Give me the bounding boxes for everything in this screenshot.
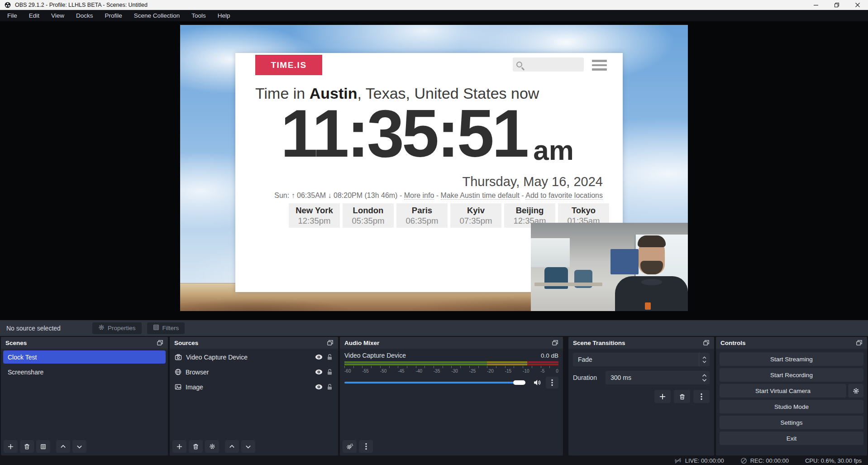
window-title: OBS 29.1.2 - Profile: LLHLS BETA - Scene… xyxy=(15,2,148,8)
make-default-link: Make Austin time default xyxy=(441,192,520,200)
source-properties-button[interactable] xyxy=(205,440,219,453)
source-move-up-button[interactable] xyxy=(225,440,239,453)
duration-spinbox[interactable]: 300 ms xyxy=(606,371,710,384)
sources-list: Video Capture Device Browser Image xyxy=(170,349,338,437)
remove-transition-button[interactable] xyxy=(674,390,690,403)
eye-icon[interactable] xyxy=(315,384,323,390)
popout-icon xyxy=(703,340,710,346)
scene-move-up-button[interactable] xyxy=(56,440,70,453)
mixer-channel-menu-button[interactable] xyxy=(546,377,558,388)
menu-help[interactable]: Help xyxy=(212,10,236,21)
sources-header[interactable]: Sources xyxy=(170,337,338,349)
menu-view[interactable]: View xyxy=(45,10,70,21)
scenes-dock: Scenes Clock Test Screenshare xyxy=(1,337,168,455)
advanced-audio-button[interactable] xyxy=(343,440,357,453)
menu-edit[interactable]: Edit xyxy=(23,10,45,21)
audio-mixer-header[interactable]: Audio Mixer xyxy=(340,337,563,349)
popout-icon xyxy=(856,340,863,346)
audio-mixer-dock: Audio Mixer Video Capture Device 0.0 dB … xyxy=(340,337,563,455)
properties-button[interactable]: Properties xyxy=(92,322,142,334)
add-transition-button[interactable] xyxy=(654,390,671,403)
speaker-icon[interactable] xyxy=(533,379,541,386)
lock-icon[interactable] xyxy=(327,354,333,360)
virtual-camera-settings-button[interactable] xyxy=(848,384,863,398)
close-button[interactable] xyxy=(847,0,868,10)
start-recording-button[interactable]: Start Recording xyxy=(720,368,863,382)
dots-vertical-icon xyxy=(551,379,553,386)
eye-icon[interactable] xyxy=(315,354,323,360)
timeis-logo: TIME.IS xyxy=(255,55,322,75)
titlebar[interactable]: OBS 29.1.2 - Profile: LLHLS BETA - Scene… xyxy=(0,0,868,10)
menu-docks[interactable]: Docks xyxy=(70,10,99,21)
remove-source-button[interactable] xyxy=(189,440,203,453)
source-move-down-button[interactable] xyxy=(241,440,255,453)
scene-item-screenshare[interactable]: Screenshare xyxy=(3,365,166,379)
record-inactive-icon xyxy=(740,457,747,464)
preview-background: TIME.IS Time in Austin, Texas, United St… xyxy=(0,21,868,320)
gear-icon xyxy=(98,324,105,332)
scene-move-down-button[interactable] xyxy=(72,440,86,453)
source-context-toolbar: No source selected Properties Filters xyxy=(0,320,868,336)
city-london: London05:35pm xyxy=(343,203,394,228)
popout-icon xyxy=(552,340,558,346)
favorite-link: Add to favorite locations xyxy=(525,192,603,200)
controls-body: Start Streaming Start Recording Start Vi… xyxy=(716,349,867,455)
office-window-far xyxy=(531,238,570,267)
filters-button[interactable]: Filters xyxy=(147,322,185,334)
transitions-header[interactable]: Scene Transitions xyxy=(568,337,714,349)
timeis-search-input xyxy=(513,58,584,72)
scene-item-clock-test[interactable]: Clock Test xyxy=(3,350,166,364)
sources-toolbar xyxy=(170,437,338,455)
person-beard xyxy=(640,261,663,274)
minimize-button[interactable] xyxy=(806,0,826,10)
volume-slider[interactable] xyxy=(344,379,528,387)
mixer-channel-name: Video Capture Device xyxy=(344,352,406,359)
source-item-browser[interactable]: Browser xyxy=(170,365,338,379)
scene-filters-button[interactable] xyxy=(36,440,50,453)
exit-button[interactable]: Exit xyxy=(720,431,863,445)
restore-button[interactable] xyxy=(826,0,847,10)
camera-icon xyxy=(175,354,182,360)
studio-mode-button[interactable]: Studio Mode xyxy=(720,400,863,413)
dots-vertical-icon xyxy=(701,393,702,400)
globe-icon xyxy=(175,369,181,375)
controls-header[interactable]: Controls xyxy=(716,337,867,349)
preview-canvas[interactable]: TIME.IS Time in Austin, Texas, United St… xyxy=(180,25,688,311)
lock-icon[interactable] xyxy=(327,384,333,390)
menu-profile[interactable]: Profile xyxy=(99,10,128,21)
menu-file[interactable]: File xyxy=(1,10,23,21)
mixer-menu-button[interactable] xyxy=(359,440,373,453)
add-scene-button[interactable] xyxy=(4,440,18,453)
office-desk xyxy=(534,283,602,286)
start-streaming-button[interactable]: Start Streaming xyxy=(720,352,863,366)
menu-tools[interactable]: Tools xyxy=(186,10,212,21)
mixer-channel: Video Capture Device 0.0 dB -60-55-50-45… xyxy=(340,349,563,437)
volume-slider-handle[interactable] xyxy=(513,380,525,385)
settings-button[interactable]: Settings xyxy=(720,416,863,429)
source-item-image[interactable]: Image xyxy=(170,380,338,393)
transition-select[interactable]: Fade xyxy=(573,353,710,366)
sources-dock: Sources Video Capture Device Browser xyxy=(170,337,338,455)
spin-chevrons-icon[interactable] xyxy=(699,371,710,384)
duration-value: 300 ms xyxy=(606,374,699,381)
start-virtual-camera-button[interactable]: Start Virtual Camera xyxy=(720,384,846,398)
person-hair xyxy=(638,235,666,247)
add-source-button[interactable] xyxy=(172,440,186,453)
source-item-video-capture[interactable]: Video Capture Device xyxy=(170,350,338,364)
meter-ruler xyxy=(344,366,558,368)
more-info-link: More info xyxy=(404,192,434,200)
scenes-header[interactable]: Scenes xyxy=(1,337,168,349)
duration-label: Duration xyxy=(573,374,601,381)
popout-icon xyxy=(327,340,334,346)
scenes-list: Clock Test Screenshare xyxy=(1,349,168,437)
source-status-text: No source selected xyxy=(6,325,92,332)
status-bar: LIVE: 00:00:00 REC: 00:00:00 CPU: 0.6%, … xyxy=(0,456,868,465)
clock-digits: 11:35:51 xyxy=(281,100,527,167)
eye-icon[interactable] xyxy=(315,369,323,375)
remove-scene-button[interactable] xyxy=(20,440,34,453)
lock-icon[interactable] xyxy=(327,369,333,375)
hoodie-logo xyxy=(645,302,651,310)
transition-properties-button[interactable] xyxy=(693,390,710,403)
menu-scene-collection[interactable]: Scene Collection xyxy=(128,10,186,21)
image-icon xyxy=(175,384,181,390)
